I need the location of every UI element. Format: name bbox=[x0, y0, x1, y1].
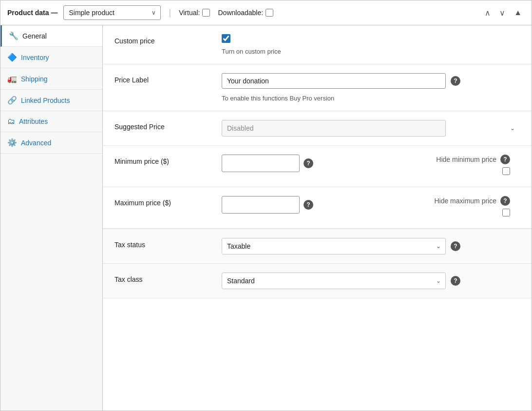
minimum-price-input-group: ? bbox=[222, 155, 313, 172]
price-label-input-row: ? bbox=[222, 73, 520, 89]
suggested-price-select[interactable]: Disabled Enabled bbox=[222, 120, 446, 137]
main-content: Custom price Turn on custom price Price … bbox=[103, 25, 532, 411]
maximum-price-content: ? Hide maximum price ? bbox=[222, 196, 520, 216]
hide-maximum-help-icon[interactable]: ? bbox=[500, 196, 510, 206]
tax-status-row: Tax status Taxable Shipping only None ⌄ … bbox=[103, 229, 532, 264]
price-label-label: Price Label bbox=[114, 73, 212, 84]
tax-class-label: Tax class bbox=[114, 273, 212, 283]
tax-class-row: Tax class Standard Reduced rate Zero rat… bbox=[103, 264, 532, 298]
truck-icon: 🚛 bbox=[7, 74, 17, 83]
maximum-price-inner: ? Hide maximum price ? bbox=[222, 196, 520, 216]
product-type-select[interactable]: Simple product Variable product Grouped … bbox=[63, 5, 161, 20]
sidebar-item-attributes-label: Attributes bbox=[19, 117, 48, 125]
price-label-pro-notice: To enable this functions Buy Pro version bbox=[222, 95, 520, 102]
sidebar-item-advanced-label: Advanced bbox=[21, 139, 51, 147]
suggested-price-label: Suggested Price bbox=[114, 120, 212, 131]
product-data-body: 🔧 General 🔷 Inventory 🚛 Shipping 🔗 Linke… bbox=[0, 25, 532, 411]
collapse-up-button[interactable]: ∧ bbox=[482, 6, 494, 20]
collapse-down-button[interactable]: ∨ bbox=[496, 6, 508, 20]
hide-minimum-help-icon[interactable]: ? bbox=[500, 155, 510, 164]
tax-status-select[interactable]: Taxable Shipping only None bbox=[222, 238, 446, 254]
virtual-downloadable-group: Virtual: Downloadable: bbox=[179, 9, 273, 17]
gear-icon: ⚙️ bbox=[7, 138, 17, 147]
inventory-icon: 🔷 bbox=[7, 53, 17, 62]
downloadable-label[interactable]: Downloadable: bbox=[218, 9, 273, 17]
maximum-price-input[interactable] bbox=[222, 196, 300, 214]
hide-maximum-checkbox[interactable] bbox=[502, 209, 510, 216]
header-controls: ∧ ∨ ▲ bbox=[482, 6, 525, 20]
hide-minimum-group: Hide minimum price ? bbox=[436, 155, 510, 175]
downloadable-text: Downloadable: bbox=[218, 9, 263, 17]
suggested-price-row: Suggested Price Disabled Enabled ⌄ bbox=[103, 111, 532, 146]
maximum-price-label: Maximum price ($) bbox=[114, 196, 212, 207]
sidebar-item-shipping[interactable]: 🚛 Shipping bbox=[0, 68, 102, 90]
sidebar-item-linked-products-label: Linked Products bbox=[21, 97, 70, 104]
wrench-icon: 🔧 bbox=[9, 31, 19, 40]
custom-price-label: Custom price bbox=[114, 34, 212, 45]
tax-class-select[interactable]: Standard Reduced rate Zero rate bbox=[222, 273, 446, 289]
minimum-price-help-icon[interactable]: ? bbox=[304, 158, 313, 168]
maximum-price-row: Maximum price ($) ? Hide maximum price ? bbox=[103, 187, 532, 229]
custom-price-checkbox-row bbox=[222, 34, 520, 43]
tax-class-select-wrapper: Standard Reduced rate Zero rate ⌄ bbox=[222, 273, 446, 289]
virtual-text: Virtual: bbox=[179, 9, 200, 17]
sidebar-item-inventory[interactable]: 🔷 Inventory bbox=[0, 47, 102, 68]
suggested-price-chevron-icon: ⌄ bbox=[510, 125, 515, 132]
price-label-input[interactable] bbox=[222, 73, 446, 89]
suggested-price-select-wrapper: Disabled Enabled ⌄ bbox=[222, 120, 520, 137]
table-icon: 🗂 bbox=[7, 117, 15, 126]
suggested-price-content: Disabled Enabled ⌄ bbox=[222, 120, 520, 137]
price-label-content: ? To enable this functions Buy Pro versi… bbox=[222, 73, 520, 102]
hide-minimum-label-row: Hide minimum price ? bbox=[436, 155, 510, 164]
sidebar-item-inventory-label: Inventory bbox=[21, 54, 49, 61]
minimum-price-inner: ? Hide minimum price ? bbox=[222, 155, 520, 175]
custom-price-hint: Turn on custom price bbox=[222, 48, 520, 55]
sidebar-item-advanced[interactable]: ⚙️ Advanced bbox=[0, 132, 102, 154]
custom-price-row: Custom price Turn on custom price bbox=[103, 25, 532, 64]
drag-handle-button[interactable]: ▲ bbox=[511, 6, 525, 20]
hide-maximum-label-row: Hide maximum price ? bbox=[434, 196, 510, 206]
hide-maximum-label-text: Hide maximum price bbox=[434, 197, 496, 205]
hide-minimum-checkbox[interactable] bbox=[502, 167, 510, 175]
minimum-price-content: ? Hide minimum price ? bbox=[222, 155, 520, 175]
product-data-header: Product data — Simple product Variable p… bbox=[0, 0, 532, 25]
sidebar-item-shipping-label: Shipping bbox=[21, 75, 48, 83]
hide-maximum-group: Hide maximum price ? bbox=[434, 196, 510, 216]
minimum-price-input[interactable] bbox=[222, 155, 300, 172]
tax-status-label: Tax status bbox=[114, 238, 212, 249]
tax-class-content: Standard Reduced rate Zero rate ⌄ ? bbox=[222, 273, 520, 289]
sidebar: 🔧 General 🔷 Inventory 🚛 Shipping 🔗 Linke… bbox=[0, 25, 103, 411]
divider: | bbox=[169, 8, 171, 18]
tax-class-input-row: Standard Reduced rate Zero rate ⌄ ? bbox=[222, 273, 520, 289]
maximum-price-input-group: ? bbox=[222, 196, 313, 214]
product-type-wrapper: Simple product Variable product Grouped … bbox=[63, 5, 161, 20]
sidebar-item-general[interactable]: 🔧 General bbox=[0, 25, 102, 47]
sidebar-item-linked-products[interactable]: 🔗 Linked Products bbox=[0, 90, 102, 111]
minimum-price-label: Minimum price ($) bbox=[114, 155, 212, 165]
price-label-help-icon[interactable]: ? bbox=[451, 76, 460, 86]
custom-price-content: Turn on custom price bbox=[222, 34, 520, 55]
price-label-row: Price Label ? To enable this functions B… bbox=[103, 64, 532, 111]
tax-status-select-wrapper: Taxable Shipping only None ⌄ bbox=[222, 238, 446, 254]
downloadable-checkbox[interactable] bbox=[266, 9, 273, 17]
tax-status-input-row: Taxable Shipping only None ⌄ ? bbox=[222, 238, 520, 254]
sidebar-item-attributes[interactable]: 🗂 Attributes bbox=[0, 111, 102, 132]
minimum-price-row: Minimum price ($) ? Hide minimum price ? bbox=[103, 146, 532, 187]
product-data-panel: Product data — Simple product Variable p… bbox=[0, 0, 532, 411]
custom-price-checkbox[interactable] bbox=[222, 34, 230, 43]
tax-status-help-icon[interactable]: ? bbox=[451, 241, 460, 251]
maximum-price-help-icon[interactable]: ? bbox=[304, 200, 313, 210]
product-data-label: Product data — bbox=[7, 9, 57, 17]
virtual-checkbox[interactable] bbox=[202, 9, 210, 17]
sidebar-item-general-label: General bbox=[22, 32, 47, 40]
tax-class-help-icon[interactable]: ? bbox=[451, 276, 460, 286]
tax-status-content: Taxable Shipping only None ⌄ ? bbox=[222, 238, 520, 254]
hide-minimum-label-text: Hide minimum price bbox=[436, 156, 496, 163]
virtual-label[interactable]: Virtual: bbox=[179, 9, 210, 17]
link-icon: 🔗 bbox=[7, 96, 17, 105]
